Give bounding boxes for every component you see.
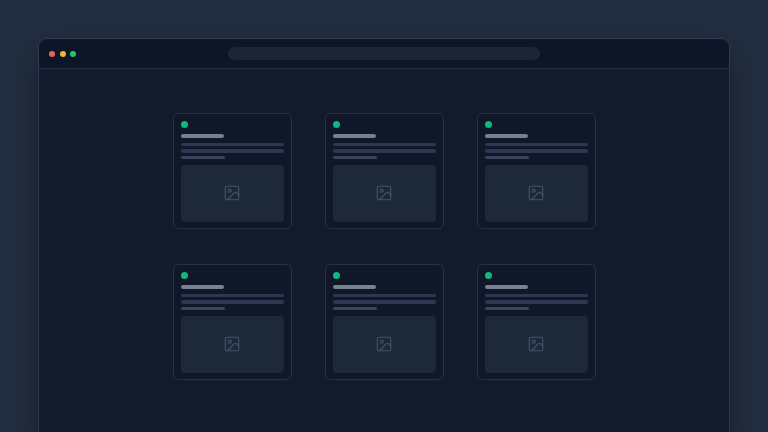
- skeleton-title-bar: [333, 285, 376, 289]
- skeleton-text-line: [485, 294, 588, 298]
- image-icon: [375, 184, 393, 202]
- image-icon: [375, 335, 393, 353]
- image-placeholder-area: [485, 165, 588, 222]
- skeleton-text-line: [485, 149, 588, 153]
- skeleton-text-line: [333, 294, 436, 298]
- skeleton-text-line-short: [485, 307, 529, 311]
- image-placeholder-area: [181, 165, 284, 222]
- page-content: [39, 69, 729, 380]
- skeleton-text-line: [333, 300, 436, 304]
- skeleton-text-line: [333, 143, 436, 147]
- skeleton-title-bar: [181, 285, 224, 289]
- status-dot-icon: [181, 121, 188, 128]
- placeholder-card[interactable]: [173, 113, 292, 229]
- placeholder-card[interactable]: [325, 264, 444, 380]
- status-dot-icon: [181, 272, 188, 279]
- skeleton-text-line: [485, 300, 588, 304]
- placeholder-card[interactable]: [477, 113, 596, 229]
- skeleton-text-line-short: [333, 307, 377, 311]
- placeholder-card[interactable]: [173, 264, 292, 380]
- status-dot-icon: [333, 272, 340, 279]
- skeleton-title-bar: [333, 134, 376, 138]
- skeleton-text-line: [485, 143, 588, 147]
- desktop-background: { "window": { "traffic_lights": [ { "nam…: [0, 0, 768, 432]
- placeholder-card[interactable]: [325, 113, 444, 229]
- window-titlebar[interactable]: [39, 39, 729, 69]
- browser-window: [38, 38, 730, 432]
- traffic-lights: [49, 39, 76, 68]
- skeleton-title-bar: [181, 134, 224, 138]
- url-bar[interactable]: [228, 47, 540, 60]
- skeleton-text-line: [181, 300, 284, 304]
- skeleton-text-line-short: [181, 307, 225, 311]
- skeleton-title-bar: [485, 285, 528, 289]
- placeholder-card[interactable]: [477, 264, 596, 380]
- skeleton-text-line-short: [333, 156, 377, 160]
- skeleton-text-line: [181, 149, 284, 153]
- skeleton-text-line: [181, 294, 284, 298]
- close-button[interactable]: [49, 51, 55, 57]
- skeleton-text-line-short: [181, 156, 225, 160]
- status-dot-icon: [485, 272, 492, 279]
- image-placeholder-area: [181, 316, 284, 373]
- image-icon: [223, 184, 241, 202]
- skeleton-text-line-short: [485, 156, 529, 160]
- skeleton-title-bar: [485, 134, 528, 138]
- minimize-button[interactable]: [60, 51, 66, 57]
- skeleton-text-line: [333, 149, 436, 153]
- skeleton-text-line: [181, 143, 284, 147]
- image-placeholder-area: [333, 165, 436, 222]
- image-icon: [527, 184, 545, 202]
- status-dot-icon: [333, 121, 340, 128]
- image-icon: [223, 335, 241, 353]
- maximize-button[interactable]: [70, 51, 76, 57]
- image-placeholder-area: [333, 316, 436, 373]
- image-icon: [527, 335, 545, 353]
- card-grid: [173, 113, 596, 380]
- status-dot-icon: [485, 121, 492, 128]
- image-placeholder-area: [485, 316, 588, 373]
